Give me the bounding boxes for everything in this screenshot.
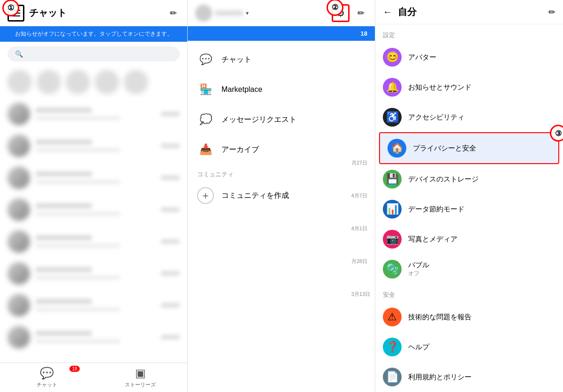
chat-list: [0, 98, 187, 362]
settings-item-privacy[interactable]: ③ 🏠 プライバシーと安全: [379, 132, 559, 164]
menu-dates: 月27日 4月7日 4月1日 月28日 3月13日: [351, 159, 370, 298]
accessibility-icon: ♿: [383, 108, 402, 127]
notification-count: 18: [361, 30, 367, 37]
story-avatar: [37, 70, 61, 94]
chat-header: ① チャット ✏: [0, 0, 187, 26]
menu-profile[interactable]: ▾: [195, 5, 327, 22]
profile-name: [215, 10, 243, 16]
help-icon: ❓: [383, 338, 402, 356]
chat-badge: 18: [69, 366, 79, 372]
bottom-nav-chat[interactable]: 💬 18 チャット: [0, 367, 94, 388]
menu-header: ▾ ② ⚙ ✏: [188, 0, 375, 26]
notifications-label: お知らせとサウンド: [408, 83, 555, 92]
chat-menu-icon: 💬: [197, 51, 214, 68]
date-label: 3月13日: [351, 291, 370, 298]
search-icon: 🔍: [15, 50, 23, 58]
privacy-icon: 🏠: [388, 139, 406, 158]
menu-item-label: Marketplace: [221, 85, 262, 94]
edit-button[interactable]: ✏: [167, 7, 180, 20]
chat-nav-label: チャット: [37, 381, 57, 388]
message-request-icon: 💭: [197, 111, 214, 128]
avatar-label: アバター: [408, 53, 555, 62]
chat-panel: ① チャット ✏ お知らせがオフになっています。タップしてオンにできます。 🔍: [0, 0, 188, 392]
date-label: 月27日: [351, 159, 370, 166]
chat-item[interactable]: [0, 257, 187, 289]
date-label: 4月7日: [351, 192, 370, 199]
gear-button[interactable]: ② ⚙: [332, 4, 350, 22]
settings-item-notifications[interactable]: 🔔 お知らせとサウンド: [375, 72, 563, 102]
marketplace-icon: 🏪: [197, 81, 214, 98]
media-label: 写真とメディア: [408, 235, 555, 244]
menu-item-label: メッセージリクエスト: [221, 115, 297, 125]
step-badge-3: ③: [550, 125, 563, 142]
search-bar[interactable]: 🔍: [8, 46, 180, 61]
settings-section-label: 設定: [375, 24, 563, 42]
terms-label: 利用規約とポリシー: [408, 373, 555, 382]
menu-item-archive[interactable]: 📥 アーカイブ: [188, 135, 375, 165]
report-icon: ⚠: [383, 308, 402, 326]
story-row: [0, 66, 187, 98]
settings-item-report[interactable]: ⚠ 技術的な問題を報告: [375, 302, 563, 332]
plus-icon: ＋: [197, 187, 214, 204]
settings-item-media[interactable]: 📷 写真とメディア: [375, 224, 563, 254]
report-label: 技術的な問題を報告: [408, 313, 555, 322]
bottom-nav: 💬 18 チャット ▣ ストーリーズ: [0, 362, 187, 392]
settings-item-help[interactable]: ❓ ヘルプ: [375, 332, 563, 362]
chat-item[interactable]: [0, 321, 187, 353]
chat-item[interactable]: [0, 98, 187, 130]
chat-item[interactable]: [0, 194, 187, 226]
menu-item-label: コミュニティを作成: [221, 191, 289, 201]
back-button[interactable]: ←: [383, 7, 392, 17]
step-badge-2: ②: [327, 0, 343, 16]
community-section-label: コミュニティ: [188, 165, 375, 181]
chat-title: チャット: [29, 7, 167, 19]
settings-title: 自分: [398, 6, 543, 18]
settings-header: ← 自分 ✏: [375, 0, 563, 24]
avatar-icon: 😊: [383, 48, 402, 67]
stories-nav-label: ストーリーズ: [125, 381, 156, 388]
accessibility-label: アクセシビリティ: [408, 113, 555, 122]
chat-nav-icon: 💬: [40, 367, 54, 380]
stories-nav-icon: ▣: [135, 367, 146, 380]
story-avatar: [124, 70, 148, 94]
help-label: ヘルプ: [408, 343, 555, 352]
settings-item-avatar[interactable]: 😊 アバター: [375, 42, 563, 72]
chat-item[interactable]: [0, 130, 187, 162]
hamburger-button[interactable]: ①: [8, 5, 24, 22]
archive-icon: 📥: [197, 141, 214, 158]
privacy-label: プライバシーと安全: [413, 144, 551, 153]
menu-item-label: チャット: [221, 55, 251, 65]
story-avatar: [8, 70, 32, 94]
menu-notification-bar: 18: [188, 26, 375, 41]
settings-item-bubble[interactable]: 🫧 バブル オフ: [375, 254, 563, 284]
menu-edit-button[interactable]: ✏: [354, 7, 367, 20]
settings-item-accessibility[interactable]: ♿ アクセシビリティ: [375, 102, 563, 132]
notifications-icon: 🔔: [383, 78, 402, 97]
bottom-nav-stories[interactable]: ▣ ストーリーズ: [94, 367, 188, 388]
bubble-subtitle: オフ: [408, 270, 555, 278]
date-label: 月28日: [351, 258, 370, 265]
storage-label: デバイスのストレージ: [408, 175, 555, 184]
step-badge-1: ①: [2, 0, 19, 16]
chat-item[interactable]: [0, 289, 187, 321]
menu-item-marketplace[interactable]: 🏪 Marketplace: [188, 75, 375, 105]
data-saver-icon: 📊: [383, 200, 402, 219]
chat-item[interactable]: [0, 162, 187, 194]
profile-avatar: [195, 5, 212, 22]
safety-section-label: 安全: [375, 284, 563, 302]
settings-edit-button[interactable]: ✏: [548, 7, 555, 17]
chat-item[interactable]: [0, 226, 187, 257]
data-saver-label: データ節約モード: [408, 205, 555, 214]
story-avatar: [66, 70, 90, 94]
settings-item-storage[interactable]: 💾 デバイスのストレージ: [375, 164, 563, 194]
menu-item-chat[interactable]: 💬 チャット: [188, 45, 375, 75]
menu-item-message-request[interactable]: 💭 メッセージリクエスト: [188, 105, 375, 135]
date-label: 4月1日: [351, 225, 370, 232]
notification-bar[interactable]: お知らせがオフになっています。タップしてオンにできます。: [0, 26, 187, 42]
menu-item-create-community[interactable]: ＋ コミュニティを作成: [188, 181, 375, 211]
settings-panel: ← 自分 ✏ 設定 😊 アバター 🔔 お知らせとサウンド ♿ アクセシビリティ …: [375, 0, 563, 392]
bubble-icon: 🫧: [383, 260, 402, 279]
storage-icon: 💾: [383, 170, 402, 188]
settings-item-terms[interactable]: 📄 利用規約とポリシー: [375, 362, 563, 392]
settings-item-data-saver[interactable]: 📊 データ節約モード: [375, 194, 563, 224]
